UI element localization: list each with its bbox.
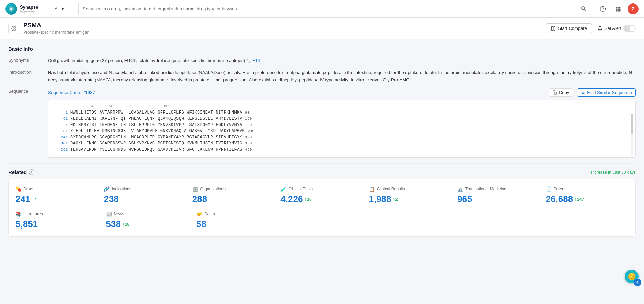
start-compare-label: Start Compare	[558, 26, 587, 31]
seq-line-end: 180	[245, 123, 252, 127]
search-type-dropdown[interactable]: All ▼	[51, 3, 79, 15]
related-item-header: 🏢 Organizations	[192, 186, 275, 192]
related-item-label: Drugs	[23, 187, 34, 191]
page-title: PSMA	[23, 22, 89, 29]
apps-button[interactable]	[612, 3, 623, 14]
svg-rect-7	[619, 7, 621, 8]
related-item[interactable]: 📋 Clinical Results 1,988 ↑2	[369, 186, 452, 204]
seq-line-data: SYPDGWNLPG GGVQRGNILN LNGAGDPLTP GYPANEY…	[70, 135, 242, 140]
count-value: 1,988	[369, 194, 391, 204]
seq-line-data: RTEDFFIKLER DMKINCSGKI VIARYGKVPR GNKVKN…	[70, 129, 245, 133]
related-item-header: 📰 News	[106, 211, 191, 217]
related-header: Related i ↑ Increase in Last 30 days	[8, 169, 636, 175]
logo-icon	[5, 3, 17, 15]
search-bar: All ▼	[51, 3, 590, 15]
count-increase: ↑247	[574, 197, 584, 202]
find-similar-button[interactable]: Find Similar Sequence	[577, 88, 636, 97]
count-increase: ↑16	[304, 197, 311, 202]
increase-arrow-icon: ↑	[588, 170, 590, 175]
copy-button[interactable]: Copy	[549, 88, 573, 97]
page-header-right: Start Compare Set Alert	[546, 23, 636, 33]
chevron-down-icon: ▼	[61, 7, 64, 11]
settings-icon[interactable]	[8, 23, 19, 34]
svg-rect-15	[552, 26, 553, 30]
seq-line-end: 120	[245, 117, 252, 121]
related-info-icon[interactable]: i	[29, 169, 34, 175]
scrollbar[interactable]	[631, 114, 633, 155]
set-alert-button[interactable]: Set Alert	[598, 25, 636, 32]
seq-line-end: 60	[245, 110, 250, 115]
related-item-label: News	[114, 212, 124, 217]
start-compare-button[interactable]: Start Compare	[546, 23, 592, 33]
section-divider	[8, 163, 636, 164]
dropdown-label: All	[55, 6, 59, 11]
seq-line-num: 1	[54, 110, 68, 115]
user-avatar[interactable]: Z	[628, 3, 639, 14]
increase-arrow-icon: ↑	[393, 197, 395, 202]
seq-line-num: 301	[54, 141, 68, 145]
related-item-label: Translational Medicine	[465, 187, 506, 191]
increase-arrow-icon: ↑	[574, 197, 576, 202]
related-item-icon: 🏢	[192, 186, 198, 192]
seq-line-data: MWNLLHETDS AVTARRPRW LCAGALVLAG GFFLLGFL…	[70, 110, 242, 115]
sequence-line: 121NKTHPNYISI INEDGNEIFN TSLFEPPPFG YENV…	[54, 122, 630, 127]
sequence-viewer[interactable]: 10 20 30 40 50 1MWNLLHETDS AVTARRPRW LCA…	[48, 100, 636, 158]
related-count: 965	[457, 194, 540, 204]
help-button[interactable]	[597, 3, 608, 14]
set-alert-label: Set Alert	[605, 26, 621, 31]
count-value: 5,851	[15, 219, 38, 230]
related-item[interactable]: 🔬 Translational Medicine 965	[457, 186, 540, 204]
svg-rect-17	[554, 92, 557, 94]
page-header-left: PSMA Prostate-specific membrane antigen	[8, 22, 89, 35]
seq-line-end: 240	[248, 129, 254, 133]
count-increase: ↑18	[122, 222, 129, 227]
related-item-label: Indications	[112, 187, 131, 191]
alert-toggle[interactable]	[623, 25, 636, 32]
svg-rect-8	[616, 8, 617, 10]
increase-arrow-icon: ↑	[32, 197, 34, 202]
notification-badge: 4	[634, 279, 641, 286]
seq-line-end: 300	[245, 135, 252, 139]
introduction-label: Introduction	[8, 69, 43, 75]
sequence-code[interactable]: Sequence Code: 21937	[48, 90, 95, 95]
related-item-label: Deals	[204, 212, 215, 217]
related-item[interactable]: 🧬 Indications 238	[104, 186, 186, 204]
search-input[interactable]	[79, 6, 576, 11]
logo-text: Synapse by patsnap	[20, 4, 38, 13]
related-item-icon: 📚	[15, 211, 21, 217]
related-item[interactable]: 💊 Drugs 241 ↑4	[15, 186, 98, 204]
related-count: 288	[192, 194, 275, 204]
related-count: 241 ↑4	[15, 194, 98, 204]
seq-line-end: 420	[245, 148, 252, 152]
related-item[interactable]: 📚 Literatures 5,851	[15, 211, 101, 230]
page-subtitle: Prostate-specific membrane antigen	[23, 30, 89, 35]
svg-point-1	[582, 7, 585, 10]
svg-rect-5	[616, 7, 617, 8]
related-item-label: Literatures	[23, 212, 43, 217]
scrollbar-thumb[interactable]	[631, 114, 633, 134]
related-row2: 📚 Literatures 5,851 📰 News 538 ↑18 🤝 Dea…	[15, 211, 281, 230]
sequence-line: 61FLDELKAENI KKFLYNFTQI PHLAGTEQNF QLAKQ…	[54, 116, 630, 121]
sequence-line: 241SYPDGWNLPG GGVQRGNILN LNGAGDPLTP GYPA…	[54, 135, 630, 140]
related-item[interactable]: 🤝 Deals 58	[196, 211, 281, 230]
related-item-icon: 📰	[106, 211, 112, 217]
related-item[interactable]: 🧪 Clinical Trials 4,226 ↑16	[280, 186, 363, 204]
related-item[interactable]: 🏢 Organizations 288	[192, 186, 275, 204]
related-item-icon: 📋	[369, 186, 375, 192]
synonyms-more-link[interactable]: [+19]	[251, 58, 261, 63]
related-item[interactable]: 📄 Patents 26,688 ↑247	[546, 186, 629, 204]
related-item-icon: 📄	[546, 186, 552, 192]
search-button[interactable]	[576, 3, 590, 15]
sequence-ruler: 10 20 30 40 50	[54, 104, 630, 108]
related-item-icon: 💊	[15, 186, 21, 192]
svg-line-2	[584, 9, 586, 11]
svg-rect-16	[554, 26, 555, 30]
synonyms-value: Cell growth-inhibiting gene 27 protein, …	[48, 57, 636, 65]
sequence-area: Sequence Code: 21937 Copy Find Similar S…	[48, 88, 636, 158]
svg-rect-10	[619, 8, 621, 10]
svg-rect-13	[619, 10, 621, 11]
count-value: 965	[457, 194, 472, 204]
seq-line-data: FLDELKAENI KKFLYNFTQI PHLAGTEQNF QLAKQIQ…	[70, 116, 242, 121]
main-content: Basic Info Synonyms Cell growth-inhibiti…	[0, 39, 644, 304]
related-item[interactable]: 📰 News 538 ↑18	[106, 211, 191, 230]
